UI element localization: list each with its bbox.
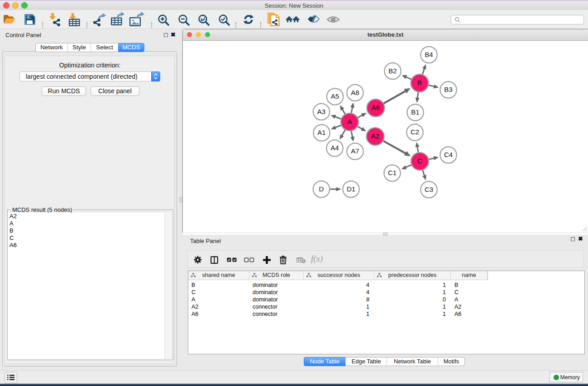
svg-text:B4: B4 <box>425 51 433 58</box>
svg-text:A1: A1 <box>317 129 325 136</box>
svg-text:A6: A6 <box>372 104 380 111</box>
svg-text:A: A <box>347 118 352 125</box>
svg-text:C4: C4 <box>444 151 453 158</box>
svg-text:B: B <box>417 79 422 86</box>
svg-text:A8: A8 <box>351 89 359 96</box>
svg-text:C: C <box>417 157 422 165</box>
svg-text:A3: A3 <box>317 108 325 115</box>
svg-text:B3: B3 <box>444 86 452 93</box>
svg-text:C2: C2 <box>411 128 419 136</box>
svg-text:B2: B2 <box>388 67 397 75</box>
svg-text:A2: A2 <box>371 132 379 140</box>
svg-text:A7: A7 <box>351 147 359 155</box>
svg-text:A5: A5 <box>331 92 339 100</box>
svg-text:C3: C3 <box>425 186 433 193</box>
svg-text:D: D <box>319 185 324 193</box>
svg-text:B1: B1 <box>411 108 419 116</box>
svg-text:D1: D1 <box>347 185 355 193</box>
svg-text:A4: A4 <box>330 144 339 152</box>
svg-text:C1: C1 <box>388 169 397 176</box>
